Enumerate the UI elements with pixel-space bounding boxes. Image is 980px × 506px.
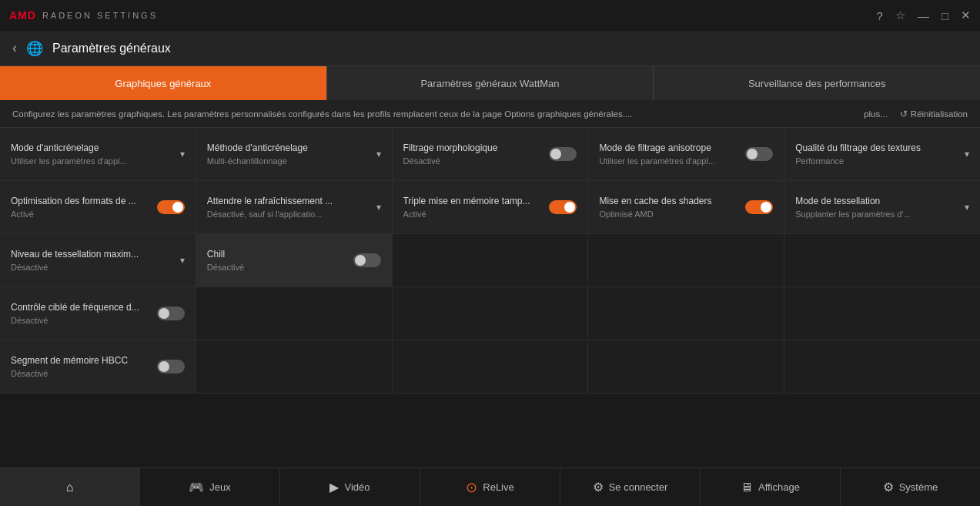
tab-surveillance[interactable]: Surveillance des performances: [654, 66, 980, 100]
tab-wattman[interactable]: Paramètres généraux WattMan: [327, 66, 654, 100]
more-link[interactable]: plus...: [864, 109, 888, 119]
reset-button[interactable]: ↺ Réinitialisation: [900, 109, 968, 119]
label-triple-memoire: Triple mise en mémoire tamp...: [403, 196, 550, 206]
label-anti-crenelage-mode: Mode d'anticrénelage: [11, 142, 177, 153]
bottom-nav: ⌂ 🎮 Jeux ▶ Vidéo ⊙ ReLive ⚙ Se connecter…: [0, 467, 980, 506]
value-chill: Désactivé: [207, 263, 353, 272]
nav-video[interactable]: ▶ Vidéo: [280, 468, 420, 506]
label-chill: Chill: [207, 249, 353, 260]
toggle-mise-en-cache-shaders[interactable]: [745, 200, 773, 214]
relive-label: ReLive: [483, 481, 513, 493]
cell-optimisation-formats: Optimisation des formats de ... Activé: [0, 181, 196, 233]
value-anti-crenelage-mode: Utiliser les paramètres d'appl...: [11, 156, 177, 166]
cell-empty2: [588, 234, 784, 287]
connecter-icon: ⚙: [593, 480, 604, 494]
video-label: Vidéo: [344, 481, 370, 493]
info-bar: Configurez les paramètres graphiques. Le…: [0, 100, 980, 128]
connecter-label: Se connecter: [609, 481, 668, 493]
toggle-triple-memoire[interactable]: [549, 200, 577, 214]
settings-row-2: Optimisation des formats de ... Activé A…: [0, 181, 980, 234]
dropdown-arrow-4[interactable]: ▾: [376, 202, 381, 213]
reset-label: Réinitialisation: [911, 109, 968, 119]
label-qualite-filtrage: Qualité du filtrage des textures: [795, 142, 962, 153]
cell-filtrage-anisotrope: Mode de filtrage anisotrope Utiliser les…: [588, 128, 784, 180]
toggle-filtrage-morphologique[interactable]: [549, 147, 577, 161]
help-icon[interactable]: ?: [877, 9, 883, 22]
toggle-segment-hbcc[interactable]: [157, 360, 185, 374]
cell-empty7: [784, 287, 980, 340]
jeux-icon: 🎮: [189, 480, 204, 494]
value-controle-frequence: Désactivé: [11, 316, 157, 325]
jeux-label: Jeux: [209, 481, 230, 493]
settings-row-1: Mode d'anticrénelage Utiliser les paramè…: [0, 128, 980, 181]
settings-row-3: Niveau de tessellation maxim... Désactiv…: [0, 234, 980, 287]
cell-mode-tessellation: Mode de tessellation Supplanter les para…: [784, 181, 980, 233]
value-attendre-rafraichissement: Désactivé, sauf si l'applicatio...: [207, 209, 373, 219]
tabs-bar: Graphiques généraux Paramètres généraux …: [0, 66, 980, 100]
cell-filtrage-morphologique: Filtrage morphologique Désactivé: [393, 128, 589, 180]
value-qualite-filtrage: Performance: [795, 156, 962, 166]
label-filtrage-anisotrope: Mode de filtrage anisotrope: [599, 142, 745, 153]
toggle-optimisation-formats[interactable]: [157, 200, 185, 214]
amd-logo: AMD: [9, 9, 36, 22]
value-segment-hbcc: Désactivé: [11, 369, 157, 378]
label-mode-tessellation: Mode de tessellation: [795, 196, 962, 206]
label-optimisation-formats: Optimisation des formats de ...: [11, 196, 157, 206]
label-attendre-rafraichissement: Attendre le rafraîchissement ...: [207, 196, 373, 206]
dropdown-arrow-5[interactable]: ▾: [965, 202, 969, 213]
video-icon: ▶: [329, 480, 339, 494]
nav-affichage[interactable]: 🖥 Affichage: [701, 468, 841, 506]
cell-anti-crenelage-mode: Mode d'anticrénelage Utiliser les paramè…: [0, 128, 196, 180]
relive-icon: ⊙: [466, 479, 477, 496]
affichage-icon: 🖥: [741, 481, 753, 494]
dropdown-arrow-6[interactable]: ▾: [180, 255, 185, 266]
cell-controle-frequence: Contrôle ciblé de fréquence d... Désacti…: [0, 287, 196, 340]
cell-empty8: [196, 340, 393, 393]
value-niveau-tessellation: Désactivé: [11, 263, 177, 272]
nav-systeme[interactable]: ⚙ Système: [841, 468, 980, 506]
dropdown-arrow[interactable]: ▾: [180, 149, 185, 159]
toggle-filtrage-anisotrope[interactable]: [745, 147, 773, 161]
cell-empty5: [393, 287, 589, 340]
cell-qualite-filtrage: Qualité du filtrage des textures Perform…: [784, 128, 980, 180]
info-text: Configurez les paramètres graphiques. Le…: [12, 109, 864, 119]
systeme-label: Système: [899, 481, 938, 493]
dropdown-arrow-2[interactable]: ▾: [376, 149, 381, 159]
bookmark-icon[interactable]: ☆: [895, 8, 905, 22]
nav-relive[interactable]: ⊙ ReLive: [420, 468, 560, 506]
toggle-chill[interactable]: [353, 253, 381, 267]
nav-connecter[interactable]: ⚙ Se connecter: [560, 468, 701, 506]
globe-icon: 🌐: [26, 40, 43, 57]
settings-area: Mode d'anticrénelage Utiliser les paramè…: [0, 128, 980, 394]
settings-row-4: Contrôle ciblé de fréquence d... Désacti…: [0, 287, 980, 340]
label-anti-crenelage-methode: Méthode d'anticrénelage: [207, 142, 373, 153]
cell-niveau-tessellation: Niveau de tessellation maxim... Désactiv…: [0, 234, 196, 287]
title-bar-controls: ? ☆ — □ ✕: [877, 8, 971, 22]
nav-home[interactable]: ⌂: [0, 468, 140, 506]
minimize-icon[interactable]: —: [918, 9, 929, 22]
restore-icon[interactable]: □: [942, 9, 948, 22]
cell-empty4: [196, 287, 393, 340]
label-controle-frequence: Contrôle ciblé de fréquence d...: [11, 302, 157, 313]
cell-triple-memoire: Triple mise en mémoire tamp... Activé: [393, 181, 589, 233]
tab-graphiques-generaux[interactable]: Graphiques généraux: [0, 66, 327, 100]
title-bar-left: AMD RADEON SETTINGS: [9, 9, 158, 22]
cell-segment-hbcc: Segment de mémoire HBCC Désactivé: [0, 340, 196, 393]
header-bar: ‹ 🌐 Paramètres généraux: [0, 31, 980, 66]
label-niveau-tessellation: Niveau de tessellation maxim...: [11, 249, 177, 260]
label-segment-hbcc: Segment de mémoire HBCC: [11, 355, 157, 366]
value-mode-tessellation: Supplanter les paramètres d'...: [795, 209, 962, 219]
reset-icon: ↺: [900, 109, 908, 119]
toggle-controle-frequence[interactable]: [157, 307, 185, 320]
cell-empty1: [393, 234, 589, 287]
value-mise-en-cache-shaders: Optimisé AMD: [599, 209, 745, 219]
label-filtrage-morphologique: Filtrage morphologique: [403, 142, 550, 153]
cell-anti-crenelage-methode: Méthode d'anticrénelage Multi-échantillo…: [196, 128, 393, 180]
back-button[interactable]: ‹: [12, 40, 17, 56]
cell-empty11: [784, 340, 980, 393]
close-icon[interactable]: ✕: [961, 8, 971, 22]
value-optimisation-formats: Activé: [11, 209, 157, 219]
dropdown-arrow-3[interactable]: ▾: [965, 149, 969, 159]
nav-jeux[interactable]: 🎮 Jeux: [140, 468, 280, 506]
label-mise-en-cache-shaders: Mise en cache des shaders: [599, 196, 745, 206]
